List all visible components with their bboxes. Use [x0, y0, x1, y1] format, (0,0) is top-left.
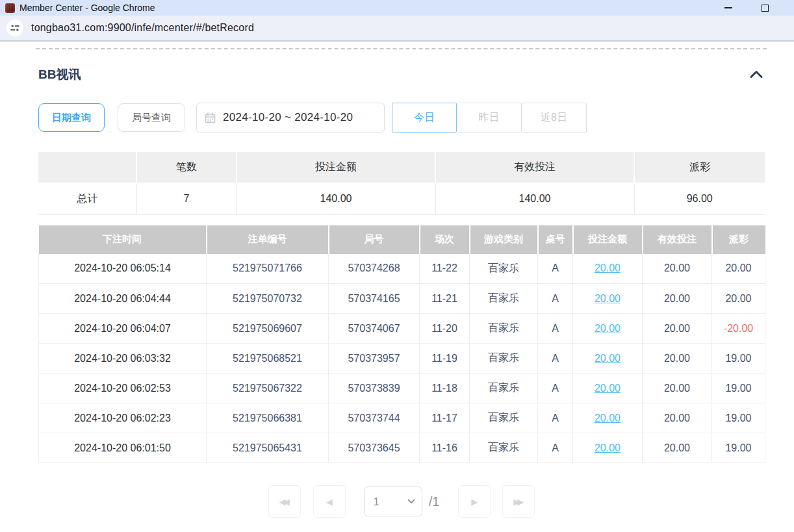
header-round-id: 局号 [329, 225, 420, 254]
bet-amount-link[interactable]: 20.00 [595, 262, 621, 273]
bet-amount-link[interactable]: 20.00 [595, 442, 621, 453]
summary-count-value: 7 [136, 183, 237, 214]
page-title: BB视讯 [38, 66, 81, 83]
next-page-button[interactable]: ▶ [458, 485, 491, 518]
url-text[interactable]: tongbao31.com:9900/infe/mcenter/#/betRec… [31, 22, 254, 34]
cell-session: 11-20 [420, 314, 470, 344]
pagination: ◀◀ ◀ 1 /1 ▶ ▶▶ [38, 485, 765, 518]
today-button[interactable]: 今日 [392, 103, 457, 133]
calendar-icon [205, 112, 216, 123]
cell-round-id: 570374268 [329, 254, 420, 284]
site-settings-button[interactable] [6, 19, 23, 36]
table-row: 2024-10-20 06:02:53521975067322570373839… [39, 374, 765, 403]
cell-valid-bet: 20.00 [643, 433, 712, 463]
cell-valid-bet: 20.00 [643, 314, 712, 344]
cell-bet-id: 521975070732 [207, 284, 329, 314]
page-select-wrap: 1 [364, 487, 422, 516]
cell-table-no: A [538, 254, 573, 284]
cell-game: 百家乐 [470, 254, 538, 284]
page-select[interactable]: 1 [364, 487, 422, 516]
first-page-button[interactable]: ◀◀ [268, 485, 301, 518]
bet-record-page: BB视讯 日期查询 局号查询 2024-10-20 ~ 2024-10-20 [0, 66, 794, 518]
address-bar[interactable]: tongbao31.com:9900/infe/mcenter/#/betRec… [0, 16, 794, 42]
cell-game: 百家乐 [470, 344, 538, 374]
date-range-picker[interactable]: 2024-10-20 ~ 2024-10-20 [196, 103, 385, 133]
summary-table: 笔数 投注金额 有效投注 派彩 总计 7 140.00 140.00 96.00 [38, 152, 765, 215]
header-payout: 派彩 [712, 225, 765, 254]
minimize-button[interactable] [719, 0, 738, 16]
table-row: 2024-10-20 06:04:44521975070732570374165… [39, 284, 765, 314]
cell-bet-amount: 20.00 [573, 284, 643, 314]
bet-amount-link[interactable]: 20.00 [595, 353, 621, 364]
site-favicon [5, 3, 15, 13]
collapse-section-button[interactable] [748, 68, 765, 82]
cell-valid-bet: 20.00 [643, 344, 712, 374]
bet-amount-link[interactable]: 20.00 [595, 293, 621, 304]
first-page-icon: ◀◀ [279, 497, 287, 507]
summary-header-count: 笔数 [136, 152, 237, 183]
cell-payout: 19.00 [712, 374, 765, 403]
cell-game: 百家乐 [470, 314, 538, 344]
yesterday-button[interactable]: 昨日 [457, 103, 522, 133]
round-query-tab[interactable]: 局号查询 [118, 103, 185, 132]
cell-table-no: A [538, 433, 573, 463]
bet-amount-link[interactable]: 20.00 [595, 383, 621, 394]
window-title: Member Center - Google Chrome [19, 3, 155, 13]
bet-records-table: 下注时间 注单编号 局号 场次 游戏类别 桌号 投注金额 有效投注 派彩 202… [38, 225, 765, 464]
cell-payout: -20.00 [712, 314, 765, 344]
cell-game: 百家乐 [470, 284, 538, 314]
cell-session: 11-19 [420, 344, 470, 374]
cell-valid-bet: 20.00 [643, 374, 712, 403]
header-session: 场次 [420, 225, 470, 254]
last-page-icon: ▶▶ [513, 497, 521, 507]
bet-amount-link[interactable]: 20.00 [595, 323, 621, 334]
search-button[interactable]: 查询 [592, 103, 660, 133]
cell-round-id: 570373839 [329, 374, 420, 403]
cell-round-id: 570374067 [329, 314, 420, 344]
cell-bet-amount: 20.00 [573, 254, 643, 284]
cell-game: 百家乐 [470, 433, 538, 463]
chevron-up-icon [749, 70, 763, 79]
header-game-type: 游戏类别 [470, 225, 538, 254]
summary-valid-bet-value: 140.00 [435, 183, 634, 214]
cell-bet-amount: 20.00 [573, 403, 643, 433]
cell-time: 2024-10-20 06:04:44 [39, 284, 207, 314]
table-row: 2024-10-20 06:04:07521975069607570374067… [39, 314, 765, 344]
header-bet-amount: 投注金额 [573, 225, 643, 254]
maximize-button[interactable] [755, 0, 775, 16]
filter-toolbar: 日期查询 局号查询 2024-10-20 ~ 2024-10-20 今日 昨日 … [38, 103, 765, 133]
last-page-button[interactable]: ▶▶ [502, 485, 535, 518]
cell-round-id: 570373744 [329, 403, 420, 433]
summary-header-payout: 派彩 [634, 152, 765, 183]
table-row: 2024-10-20 06:05:14521975071766570374268… [39, 254, 765, 284]
cell-payout: 19.00 [712, 433, 765, 463]
section-header: BB视讯 [38, 66, 765, 83]
cell-session: 11-16 [420, 433, 470, 463]
date-query-tab[interactable]: 日期查询 [38, 103, 105, 132]
summary-header-valid-bet: 有效投注 [435, 152, 634, 183]
bet-amount-link[interactable]: 20.00 [595, 412, 621, 424]
last-8-days-button[interactable]: 近8日 [522, 103, 587, 133]
cell-time: 2024-10-20 06:05:14 [39, 254, 207, 284]
total-pages-label: /1 [429, 494, 440, 509]
cell-time: 2024-10-20 06:03:32 [39, 344, 207, 374]
cell-bet-amount: 20.00 [573, 374, 643, 403]
cell-round-id: 570374165 [329, 284, 420, 314]
date-range-value[interactable]: 2024-10-20 ~ 2024-10-20 [223, 111, 353, 124]
cell-table-no: A [538, 284, 573, 314]
cell-session: 11-22 [420, 254, 470, 284]
table-row: 2024-10-20 06:02:23521975066381570373744… [39, 403, 765, 433]
cell-payout: 19.00 [712, 344, 765, 374]
summary-header-row: 笔数 投注金额 有效投注 派彩 [38, 152, 765, 183]
cell-time: 2024-10-20 06:01:50 [39, 433, 207, 463]
prev-page-button[interactable]: ◀ [313, 485, 346, 518]
dashed-divider [36, 48, 767, 49]
cell-table-no: A [538, 314, 573, 344]
window-controls [719, 0, 775, 16]
cell-payout: 20.00 [712, 284, 765, 314]
cell-bet-id: 521975065431 [207, 433, 329, 463]
cell-payout: 19.00 [712, 403, 765, 433]
cell-bet-id: 521975071766 [207, 254, 329, 284]
cell-time: 2024-10-20 06:02:23 [39, 403, 207, 433]
cell-game: 百家乐 [470, 374, 538, 403]
